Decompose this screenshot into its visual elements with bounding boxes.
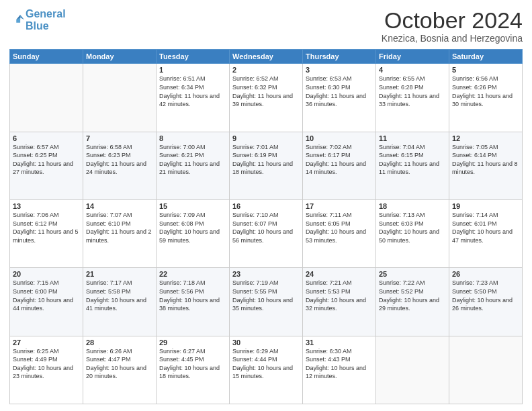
day-info: Sunrise: 7:05 AMSunset: 6:14 PMDaylight:… bbox=[452, 143, 519, 177]
table-row bbox=[449, 336, 523, 404]
calendar-week-3: 13Sunrise: 7:06 AMSunset: 6:12 PMDayligh… bbox=[10, 200, 523, 268]
col-wednesday: Wednesday bbox=[230, 50, 303, 64]
day-number: 18 bbox=[379, 202, 446, 210]
day-number: 13 bbox=[13, 202, 80, 210]
table-row: 27Sunrise: 6:25 AMSunset: 4:49 PMDayligh… bbox=[10, 336, 83, 404]
title-area: October 2024 Knezica, Bosnia and Herzego… bbox=[382, 8, 523, 44]
table-row: 31Sunrise: 6:30 AMSunset: 4:43 PMDayligh… bbox=[303, 336, 376, 404]
day-info: Sunrise: 7:15 AMSunset: 6:00 PMDaylight:… bbox=[13, 279, 80, 312]
table-row: 21Sunrise: 7:17 AMSunset: 5:58 PMDayligh… bbox=[83, 268, 157, 336]
table-row: 26Sunrise: 7:23 AMSunset: 5:50 PMDayligh… bbox=[449, 268, 523, 336]
day-number: 27 bbox=[13, 338, 80, 347]
table-row: 15Sunrise: 7:09 AMSunset: 6:08 PMDayligh… bbox=[157, 200, 230, 268]
table-row: 18Sunrise: 7:13 AMSunset: 6:03 PMDayligh… bbox=[376, 200, 449, 268]
day-number: 19 bbox=[452, 202, 519, 210]
day-info: Sunrise: 7:14 AMSunset: 6:01 PMDaylight:… bbox=[452, 211, 519, 244]
month-title: October 2024 bbox=[382, 8, 523, 33]
col-saturday: Saturday bbox=[449, 50, 523, 64]
calendar-week-2: 6Sunrise: 6:57 AMSunset: 6:25 PMDaylight… bbox=[10, 132, 523, 199]
calendar-week-5: 27Sunrise: 6:25 AMSunset: 4:49 PMDayligh… bbox=[10, 336, 523, 404]
table-row: 19Sunrise: 7:14 AMSunset: 6:01 PMDayligh… bbox=[449, 200, 523, 268]
table-row: 25Sunrise: 7:22 AMSunset: 5:52 PMDayligh… bbox=[376, 268, 449, 336]
table-row: 29Sunrise: 6:27 AMSunset: 4:45 PMDayligh… bbox=[157, 336, 230, 404]
day-info: Sunrise: 6:29 AMSunset: 4:44 PMDaylight:… bbox=[232, 347, 300, 381]
day-number: 26 bbox=[452, 270, 519, 278]
day-info: Sunrise: 7:13 AMSunset: 6:03 PMDaylight:… bbox=[379, 211, 446, 244]
table-row: 14Sunrise: 7:07 AMSunset: 6:10 PMDayligh… bbox=[83, 200, 157, 268]
day-info: Sunrise: 7:02 AMSunset: 6:17 PMDaylight:… bbox=[306, 143, 373, 177]
table-row bbox=[376, 336, 449, 404]
day-number: 5 bbox=[452, 66, 519, 74]
col-sunday: Sunday bbox=[10, 50, 83, 64]
day-info: Sunrise: 7:07 AMSunset: 6:10 PMDaylight:… bbox=[86, 211, 153, 244]
calendar-table: Sunday Monday Tuesday Wednesday Thursday… bbox=[9, 49, 523, 404]
day-info: Sunrise: 7:10 AMSunset: 6:07 PMDaylight:… bbox=[232, 211, 300, 244]
day-info: Sunrise: 6:52 AMSunset: 6:32 PMDaylight:… bbox=[232, 75, 300, 108]
table-row bbox=[83, 64, 157, 132]
location: Knezica, Bosnia and Herzegovina bbox=[382, 33, 523, 44]
day-number: 2 bbox=[232, 66, 300, 74]
svg-marker-0 bbox=[20, 15, 24, 19]
header: General Blue October 2024 Knezica, Bosni… bbox=[9, 8, 523, 44]
day-info: Sunrise: 6:57 AMSunset: 6:25 PMDaylight:… bbox=[13, 143, 80, 177]
table-row: 23Sunrise: 7:19 AMSunset: 5:55 PMDayligh… bbox=[230, 268, 303, 336]
day-info: Sunrise: 7:18 AMSunset: 5:56 PMDaylight:… bbox=[159, 279, 226, 312]
day-info: Sunrise: 6:53 AMSunset: 6:30 PMDaylight:… bbox=[306, 75, 373, 108]
table-row: 22Sunrise: 7:18 AMSunset: 5:56 PMDayligh… bbox=[157, 268, 230, 336]
table-row: 28Sunrise: 6:26 AMSunset: 4:47 PMDayligh… bbox=[83, 336, 157, 404]
day-number: 31 bbox=[306, 338, 373, 347]
table-row bbox=[10, 64, 83, 132]
day-number: 28 bbox=[86, 338, 153, 347]
day-number: 10 bbox=[306, 134, 373, 142]
table-row: 20Sunrise: 7:15 AMSunset: 6:00 PMDayligh… bbox=[10, 268, 83, 336]
table-row: 6Sunrise: 6:57 AMSunset: 6:25 PMDaylight… bbox=[10, 132, 83, 199]
day-number: 12 bbox=[452, 134, 519, 142]
day-number: 30 bbox=[232, 338, 300, 347]
day-info: Sunrise: 7:19 AMSunset: 5:55 PMDaylight:… bbox=[232, 279, 300, 312]
day-info: Sunrise: 6:30 AMSunset: 4:43 PMDaylight:… bbox=[306, 347, 373, 381]
day-number: 7 bbox=[86, 134, 153, 142]
table-row: 5Sunrise: 6:56 AMSunset: 6:26 PMDaylight… bbox=[449, 64, 523, 132]
table-row: 12Sunrise: 7:05 AMSunset: 6:14 PMDayligh… bbox=[449, 132, 523, 199]
table-row: 3Sunrise: 6:53 AMSunset: 6:30 PMDaylight… bbox=[303, 64, 376, 132]
table-row: 11Sunrise: 7:04 AMSunset: 6:15 PMDayligh… bbox=[376, 132, 449, 199]
logo-text: General Blue bbox=[26, 8, 66, 32]
calendar-header-row: Sunday Monday Tuesday Wednesday Thursday… bbox=[10, 50, 523, 64]
day-info: Sunrise: 7:06 AMSunset: 6:12 PMDaylight:… bbox=[13, 211, 80, 244]
day-info: Sunrise: 7:17 AMSunset: 5:58 PMDaylight:… bbox=[86, 279, 153, 312]
day-number: 4 bbox=[379, 66, 446, 74]
day-number: 22 bbox=[159, 270, 226, 278]
day-info: Sunrise: 6:58 AMSunset: 6:23 PMDaylight:… bbox=[86, 143, 153, 177]
day-number: 17 bbox=[306, 202, 373, 210]
col-thursday: Thursday bbox=[303, 50, 376, 64]
day-info: Sunrise: 7:00 AMSunset: 6:21 PMDaylight:… bbox=[159, 143, 226, 177]
day-info: Sunrise: 6:56 AMSunset: 6:26 PMDaylight:… bbox=[452, 75, 519, 108]
table-row: 10Sunrise: 7:02 AMSunset: 6:17 PMDayligh… bbox=[303, 132, 376, 199]
day-number: 14 bbox=[86, 202, 153, 210]
table-row: 16Sunrise: 7:10 AMSunset: 6:07 PMDayligh… bbox=[230, 200, 303, 268]
day-info: Sunrise: 6:25 AMSunset: 4:49 PMDaylight:… bbox=[13, 347, 80, 381]
day-number: 16 bbox=[232, 202, 300, 210]
table-row: 30Sunrise: 6:29 AMSunset: 4:44 PMDayligh… bbox=[230, 336, 303, 404]
calendar-week-1: 1Sunrise: 6:51 AMSunset: 6:34 PMDaylight… bbox=[10, 64, 523, 132]
day-number: 9 bbox=[232, 134, 300, 142]
day-number: 20 bbox=[13, 270, 80, 278]
day-info: Sunrise: 6:26 AMSunset: 4:47 PMDaylight:… bbox=[86, 347, 153, 381]
day-number: 21 bbox=[86, 270, 153, 278]
table-row: 2Sunrise: 6:52 AMSunset: 6:32 PMDaylight… bbox=[230, 64, 303, 132]
day-number: 1 bbox=[159, 66, 226, 74]
day-number: 23 bbox=[232, 270, 300, 278]
day-info: Sunrise: 7:21 AMSunset: 5:53 PMDaylight:… bbox=[306, 279, 373, 312]
table-row: 24Sunrise: 7:21 AMSunset: 5:53 PMDayligh… bbox=[303, 268, 376, 336]
day-number: 29 bbox=[159, 338, 226, 347]
day-number: 8 bbox=[159, 134, 226, 142]
day-info: Sunrise: 7:23 AMSunset: 5:50 PMDaylight:… bbox=[452, 279, 519, 312]
day-number: 11 bbox=[379, 134, 446, 142]
day-info: Sunrise: 6:55 AMSunset: 6:28 PMDaylight:… bbox=[379, 75, 446, 108]
logo: General Blue bbox=[9, 8, 66, 32]
logo-icon bbox=[9, 13, 24, 28]
day-number: 6 bbox=[13, 134, 80, 142]
day-info: Sunrise: 6:27 AMSunset: 4:45 PMDaylight:… bbox=[159, 347, 226, 381]
table-row: 17Sunrise: 7:11 AMSunset: 6:05 PMDayligh… bbox=[303, 200, 376, 268]
table-row: 13Sunrise: 7:06 AMSunset: 6:12 PMDayligh… bbox=[10, 200, 83, 268]
